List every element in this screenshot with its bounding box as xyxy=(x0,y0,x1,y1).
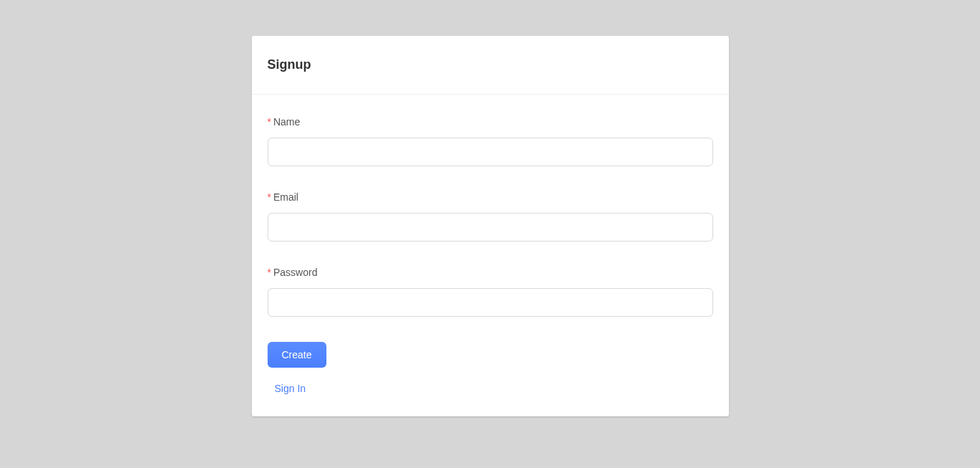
signup-form: *Name *Email *Password Create Sign I xyxy=(268,116,713,402)
card-title: Signup xyxy=(268,57,713,72)
password-label: *Password xyxy=(268,267,713,278)
name-label-text: Name xyxy=(273,116,300,128)
signin-link-row: Sign In xyxy=(268,382,713,402)
password-input[interactable] xyxy=(268,288,713,317)
required-asterisk-icon: * xyxy=(268,191,271,203)
create-button[interactable]: Create xyxy=(268,342,326,368)
email-label-text: Email xyxy=(273,191,298,203)
card-body: *Name *Email *Password Create Sign I xyxy=(252,95,729,416)
signup-card: Signup *Name *Email *Password xyxy=(252,36,729,416)
form-actions: Create xyxy=(268,342,713,368)
password-label-text: Password xyxy=(273,267,317,278)
email-label: *Email xyxy=(268,191,713,203)
required-asterisk-icon: * xyxy=(268,267,271,278)
card-header: Signup xyxy=(252,36,729,95)
name-input[interactable] xyxy=(268,138,713,166)
form-item-email: *Email xyxy=(268,191,713,242)
required-asterisk-icon: * xyxy=(268,116,271,128)
name-label: *Name xyxy=(268,116,713,128)
signin-link[interactable]: Sign In xyxy=(275,383,306,394)
form-item-name: *Name xyxy=(268,116,713,166)
form-item-password: *Password xyxy=(268,267,713,317)
email-input[interactable] xyxy=(268,213,713,242)
